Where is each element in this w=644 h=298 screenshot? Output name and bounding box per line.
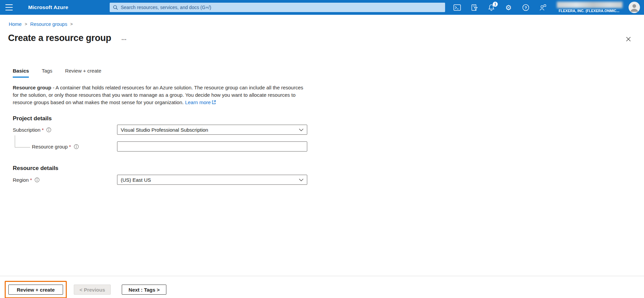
footer-buttons: Review + create < Previous Next : Tags > xyxy=(5,281,166,298)
azure-brand[interactable]: Microsoft Azure xyxy=(28,0,68,15)
title-row: Create a resource group … xyxy=(8,33,127,43)
project-details-heading: Project details xyxy=(13,115,52,122)
svg-text:?: ? xyxy=(524,5,527,9)
breadcrumb-separator: > xyxy=(70,22,72,27)
subscription-row: Subscription * Visual Studio Professiona… xyxy=(13,125,307,135)
more-options-ellipsis[interactable]: … xyxy=(121,35,127,41)
search-input[interactable] xyxy=(121,5,442,10)
global-search[interactable] xyxy=(110,3,445,12)
highlight-annotation: Review + create xyxy=(5,281,67,298)
topbar-icon-group: 1 ⚙ ? xyxy=(453,0,546,15)
required-marker: * xyxy=(42,127,44,133)
cloud-shell-icon[interactable] xyxy=(453,4,461,11)
required-marker: * xyxy=(69,144,71,150)
wizard-footer: Review + create < Previous Next : Tags > xyxy=(0,276,644,298)
resource-group-row: Resource group * xyxy=(13,141,307,152)
project-details-fields: Subscription * Visual Studio Professiona… xyxy=(13,125,307,152)
previous-button[interactable]: < Previous xyxy=(74,285,111,295)
info-icon[interactable] xyxy=(35,177,40,182)
subscription-child-connector xyxy=(15,135,30,147)
page-title: Create a resource group xyxy=(8,33,111,43)
region-label: Region * xyxy=(13,177,117,183)
chevron-down-icon xyxy=(299,178,304,181)
description-lead: Resource group xyxy=(13,85,51,90)
search-icon xyxy=(113,5,118,10)
directories-subscriptions-filter-icon[interactable] xyxy=(471,4,478,11)
resource-group-input[interactable] xyxy=(117,141,307,152)
feedback-icon[interactable] xyxy=(539,4,546,11)
tenant-name: FLEXERA, INC. (FLEXERA.ONMIC... xyxy=(553,9,625,13)
required-marker: * xyxy=(30,177,32,183)
close-icon[interactable] xyxy=(625,35,632,43)
resource-group-description: Resource group - A container that holds … xyxy=(13,84,304,107)
learn-more-link[interactable]: Learn more xyxy=(185,99,211,105)
help-icon[interactable]: ? xyxy=(522,4,529,11)
account-name-redacted xyxy=(557,2,623,8)
wizard-tabs: Basics Tags Review + create xyxy=(13,68,101,78)
breadcrumb-home[interactable]: Home xyxy=(9,22,22,27)
region-row: Region * (US) East US xyxy=(13,175,307,185)
account-menu[interactable]: FLEXERA, INC. (FLEXERA.ONMIC... xyxy=(553,0,625,15)
notification-badge: 1 xyxy=(493,2,498,7)
next-tags-button[interactable]: Next : Tags > xyxy=(122,285,166,295)
breadcrumb: Home > Resource groups > xyxy=(9,22,73,27)
tab-review-create[interactable]: Review + create xyxy=(65,68,101,78)
info-icon[interactable] xyxy=(74,144,79,149)
info-icon[interactable] xyxy=(46,127,51,132)
subscription-dropdown[interactable]: Visual Studio Professional Subscription xyxy=(117,125,307,135)
tab-basics[interactable]: Basics xyxy=(13,68,29,78)
notifications-bell-icon[interactable]: 1 xyxy=(488,4,495,11)
region-dropdown[interactable]: (US) East US xyxy=(117,175,307,185)
resource-details-heading: Resource details xyxy=(13,165,58,172)
azure-topbar: Microsoft Azure 1 ⚙ ? FLEXERA, INC. (FLE… xyxy=(0,0,644,15)
hamburger-menu-icon[interactable] xyxy=(5,4,13,10)
review-create-button[interactable]: Review + create xyxy=(8,285,63,295)
external-link-icon xyxy=(212,99,216,107)
subscription-label: Subscription * xyxy=(13,127,117,133)
chevron-down-icon xyxy=(299,128,304,131)
description-body: - A container that holds related resourc… xyxy=(13,85,303,105)
breadcrumb-separator: > xyxy=(25,22,27,27)
tab-tags[interactable]: Tags xyxy=(42,68,52,78)
breadcrumb-resource-groups[interactable]: Resource groups xyxy=(30,22,67,27)
settings-gear-icon[interactable]: ⚙ xyxy=(505,4,512,11)
avatar[interactable] xyxy=(629,2,640,13)
